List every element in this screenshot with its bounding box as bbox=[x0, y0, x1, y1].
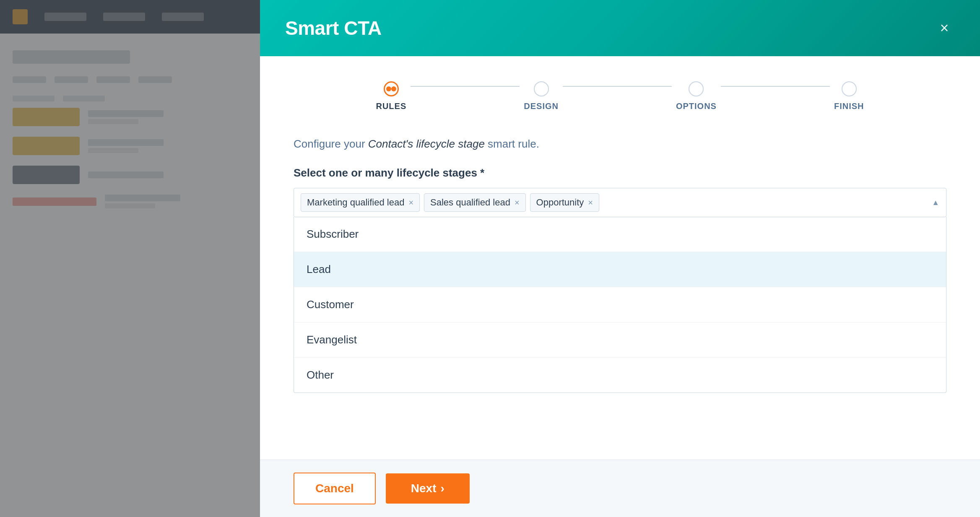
modal-footer: Cancel Next › bbox=[260, 460, 980, 517]
step-line-1 bbox=[411, 86, 520, 87]
dropdown-item-subscriber[interactable]: Subscriber bbox=[294, 217, 946, 252]
step-rules-label: RULES bbox=[376, 101, 406, 111]
tag-mql: Marketing qualified lead × bbox=[301, 193, 420, 212]
tag-mql-label: Marketing qualified lead bbox=[307, 197, 404, 208]
config-description: Configure your Contact's lifecycle stage… bbox=[294, 136, 946, 151]
dropdown-item-lead[interactable]: Lead bbox=[294, 252, 946, 287]
dropdown-item-other[interactable]: Other bbox=[294, 358, 946, 392]
modal-close-button[interactable]: × bbox=[934, 18, 955, 39]
tag-sql-remove[interactable]: × bbox=[515, 198, 520, 207]
next-button-icon: › bbox=[441, 482, 445, 495]
step-options: OPTIONS bbox=[676, 81, 717, 111]
dropdown-arrow-icon: ▲ bbox=[932, 198, 939, 207]
step-line-3 bbox=[721, 86, 830, 87]
modal-header: Smart CTA × bbox=[260, 0, 980, 56]
lifecycle-select-label: Select one or many lifecycle stages * bbox=[294, 166, 946, 179]
tag-sql-label: Sales qualified lead bbox=[430, 197, 510, 208]
lifecycle-dropdown: Subscriber Lead Customer Evangelist Othe… bbox=[294, 217, 946, 393]
step-line-2 bbox=[563, 86, 672, 87]
tag-opportunity-label: Opportunity bbox=[536, 197, 584, 208]
progress-steps: RULES DESIGN OPTIONS FINISH bbox=[294, 81, 946, 111]
dropdown-item-customer[interactable]: Customer bbox=[294, 287, 946, 322]
tag-opportunity-remove[interactable]: × bbox=[588, 198, 593, 207]
next-button[interactable]: Next › bbox=[386, 473, 470, 504]
tag-mql-remove[interactable]: × bbox=[408, 198, 413, 207]
step-design-circle bbox=[534, 81, 549, 96]
step-rules-circle bbox=[384, 81, 399, 96]
lifecycle-search-input[interactable] bbox=[603, 197, 939, 208]
dropdown-item-evangelist[interactable]: Evangelist bbox=[294, 322, 946, 358]
step-design-label: DESIGN bbox=[524, 101, 559, 111]
smart-cta-modal: Smart CTA × RULES DESIGN OPTIONS bbox=[260, 0, 980, 517]
next-button-label: Next bbox=[411, 482, 437, 495]
lifecycle-tags-input[interactable]: Marketing qualified lead × Sales qualifi… bbox=[294, 188, 946, 217]
tag-opportunity: Opportunity × bbox=[530, 193, 599, 212]
step-rules: RULES bbox=[376, 81, 406, 111]
step-finish-circle bbox=[842, 81, 857, 96]
step-finish-label: FINISH bbox=[834, 101, 864, 111]
cancel-button[interactable]: Cancel bbox=[294, 473, 376, 504]
modal-body: RULES DESIGN OPTIONS FINISH Configure yo… bbox=[260, 56, 980, 460]
step-options-circle bbox=[689, 81, 704, 96]
step-options-label: OPTIONS bbox=[676, 101, 717, 111]
step-finish: FINISH bbox=[834, 81, 864, 111]
step-rules-dot bbox=[386, 86, 391, 91]
modal-title: Smart CTA bbox=[285, 17, 382, 39]
tag-sql: Sales qualified lead × bbox=[424, 193, 526, 212]
step-design: DESIGN bbox=[524, 81, 559, 111]
